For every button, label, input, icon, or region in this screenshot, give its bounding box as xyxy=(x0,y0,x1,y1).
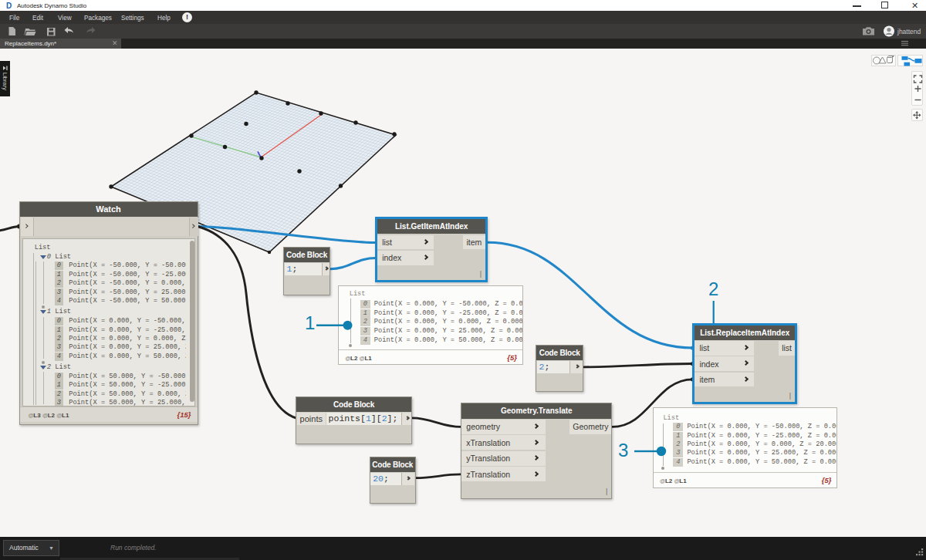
svg-text:jhattend: jhattend xyxy=(897,28,921,35)
